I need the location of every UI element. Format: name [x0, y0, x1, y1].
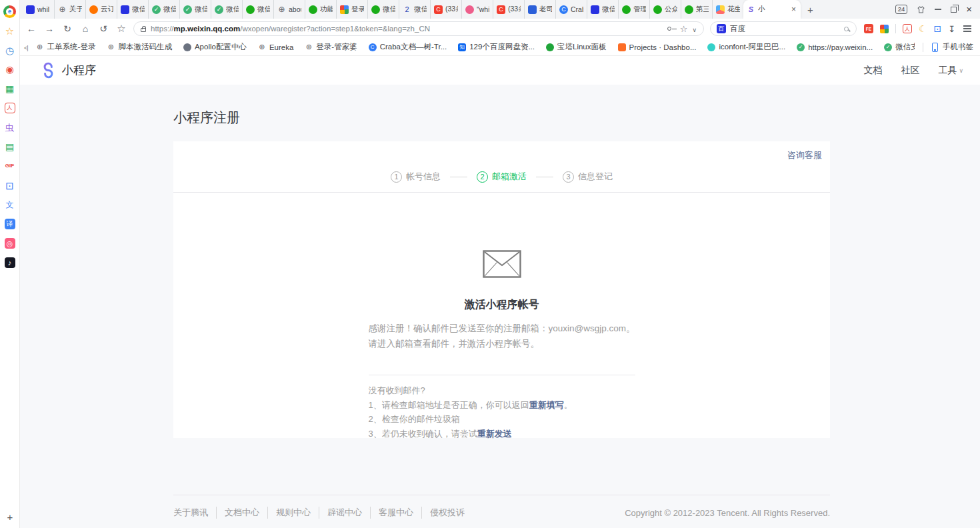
footer-link[interactable]: 客服中心 [370, 507, 413, 519]
reopen-tab-button[interactable] [97, 23, 109, 34]
bookmark-item[interactable]: 宝塔Linux面板 [546, 42, 607, 52]
screen-translate-icon[interactable]: 文 [3, 197, 17, 212]
record-icon[interactable]: ◉ [3, 62, 17, 77]
tab-title: 功能 [320, 5, 333, 14]
browser-tab[interactable]: 登录 [336, 0, 367, 19]
gif-tool-icon[interactable]: GIF [3, 159, 17, 173]
favorites-star-icon[interactable]: ☆ [3, 23, 17, 38]
browser-tab[interactable]: ⊕ 关于 [54, 0, 85, 19]
qrcode-icon[interactable]: ▦ [3, 81, 17, 96]
password-key-icon[interactable] [667, 27, 671, 31]
header-nav-item[interactable]: 社区 [901, 65, 919, 77]
footer-link[interactable]: 关于腾讯 [173, 507, 208, 519]
browser-tab[interactable]: 第三 [681, 0, 712, 19]
globe-favicon: ⊕ [36, 43, 44, 51]
extensions-grid-icon[interactable] [880, 25, 889, 33]
tab-title: 微信 [163, 5, 176, 14]
bookmark-item[interactable]: ⊕ 工单系统-登录 [36, 42, 96, 52]
notes-icon[interactable]: ▤ [3, 139, 17, 154]
restore-button[interactable] [951, 7, 957, 13]
browser-logo-icon[interactable] [3, 4, 17, 19]
home-button[interactable] [79, 23, 91, 34]
bookmark-item[interactable]: iconfont-阿里巴巴... [707, 42, 785, 52]
forward-button[interactable] [43, 23, 55, 34]
browser-tab[interactable]: 微信 [587, 0, 618, 19]
baidu-search-box[interactable]: 百 百度 [710, 21, 857, 36]
contact-service-link[interactable]: 咨询客服 [787, 149, 822, 161]
browser-tab[interactable]: whil [23, 0, 54, 19]
bookmark-item[interactable]: 知 129个百度网盘资... [458, 42, 535, 52]
night-mode-icon[interactable] [919, 23, 927, 35]
footer-link[interactable]: 文档中心 [216, 507, 259, 519]
browser-tab[interactable]: 功能 [305, 0, 336, 19]
browser-tab[interactable]: C (33条 [493, 0, 524, 19]
browser-tab[interactable]: 公众 [649, 0, 681, 19]
tiktok-icon[interactable]: ♪ [3, 255, 17, 270]
browser-tab[interactable]: "whi [461, 0, 493, 19]
tab-list: whil ⊕ 关于 云订 微信 ✓ [23, 0, 801, 19]
tab-count-badge[interactable]: 24 [895, 5, 908, 14]
tab-title: 微信 [257, 5, 270, 14]
reload-button[interactable] [61, 23, 73, 34]
collapse-bookmarks-icon[interactable] [24, 43, 28, 51]
browser-tab[interactable]: 2 微信 [399, 0, 430, 19]
browser-tab[interactable]: 云订 [85, 0, 117, 19]
crop-tool-icon[interactable]: ⊡ [3, 178, 17, 193]
mobile-bookmarks[interactable]: 手机书签 [923, 42, 973, 52]
browser-menu-icon[interactable] [963, 28, 971, 29]
browser-tab[interactable]: C Crab [555, 0, 587, 19]
bookmark-item[interactable]: ⊕ 登录-管家婆 [305, 42, 357, 52]
header-nav-item[interactable]: 工具 ∨ [938, 65, 963, 77]
new-tab-button[interactable]: + [801, 4, 820, 15]
search-icon[interactable] [844, 27, 849, 31]
browser-tab[interactable]: ✓ 微信 [211, 0, 242, 19]
header-nav-item[interactable]: 文档 [863, 65, 882, 77]
help-link[interactable]: 重新填写 [529, 400, 564, 410]
back-button[interactable] [25, 23, 37, 34]
browser-tab[interactable]: C (33条 [430, 0, 461, 19]
browser-tab[interactable]: 微信 [242, 0, 273, 19]
translate-icon[interactable]: 译 [3, 217, 17, 231]
pin-app-icon[interactable]: ◎ [3, 236, 17, 251]
tab-title: 公众 [665, 5, 677, 14]
browser-tab[interactable]: 老司 [524, 0, 555, 19]
browser-tab[interactable]: 管理 [618, 0, 649, 19]
bookmarks-button[interactable] [115, 23, 127, 35]
pdf-tool-icon[interactable]: 人 [3, 101, 17, 115]
history-clock-icon[interactable]: ◷ [3, 43, 17, 57]
help-link[interactable]: 重新发送 [477, 429, 512, 439]
miniprogram-brand[interactable]: 小程序 [40, 62, 96, 79]
bookmark-star-icon[interactable] [680, 23, 688, 35]
downloads-icon[interactable] [948, 23, 955, 35]
footer-link[interactable]: 规则中心 [267, 507, 311, 519]
browser-tab[interactable]: S 小 × [743, 0, 801, 19]
address-bar[interactable]: https://mp.weixin.qq.com/wxopen/waregist… [133, 21, 704, 36]
browser-tab[interactable]: ✓ 微信 [179, 0, 211, 19]
browser-tab[interactable]: 花生 [712, 0, 743, 19]
bookmark-item[interactable]: ⊕ 脚本激活码生成 [107, 42, 172, 52]
rail-add-button[interactable]: + [0, 511, 20, 523]
bookmark-item[interactable]: ⊕ Eureka [258, 43, 293, 51]
browser-tab[interactable]: 微信 [367, 0, 399, 19]
theme-shirt-icon[interactable] [917, 5, 925, 14]
miniprogram-logo-icon [40, 62, 57, 79]
bookmark-item[interactable]: ✓ https://pay.weixin... [797, 43, 873, 51]
close-tab-icon[interactable]: × [790, 5, 797, 14]
footer-link[interactable]: 辟谣中心 [319, 507, 362, 519]
bookmark-item[interactable]: Projects · Dashbo... [618, 43, 697, 51]
minimize-button[interactable] [935, 9, 941, 10]
bookmark-item[interactable]: Apollo配置中心 [183, 42, 247, 52]
browser-tab[interactable]: ⊕ abou [273, 0, 305, 19]
browser-tab[interactable]: 微信 [117, 0, 148, 19]
close-window-button[interactable] [966, 3, 972, 15]
bookmark-item[interactable]: C Craba文档—树-Tr... [369, 42, 447, 52]
fe-extension-icon[interactable]: FE [864, 24, 873, 33]
footer-link[interactable]: 侵权投诉 [421, 507, 465, 519]
debug-bug-icon[interactable]: 虫 [3, 120, 17, 135]
screenshot-extension-icon[interactable] [934, 23, 942, 35]
bookmark-item[interactable]: ✓ 微信支付 - 中国领... [884, 42, 915, 52]
browser-tab[interactable]: ✓ 微信 [148, 0, 179, 19]
pdf-extension-icon[interactable] [903, 24, 912, 33]
chevron-down-icon[interactable] [692, 23, 697, 35]
tab-title: 云订 [101, 5, 113, 14]
